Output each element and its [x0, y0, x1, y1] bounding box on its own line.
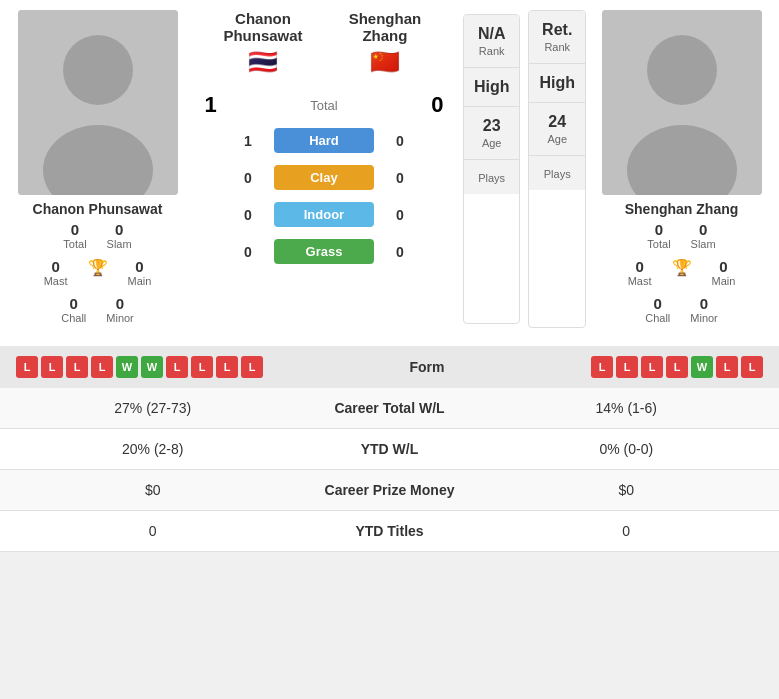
right-plays-label: Plays: [544, 168, 571, 180]
indoor-surface-btn[interactable]: Indoor: [274, 202, 374, 227]
form-badge-left: L: [216, 356, 238, 378]
right-high-value: High: [539, 74, 575, 92]
indoor-score-left: 0: [238, 207, 258, 223]
right-main-stat: 0 Main: [712, 258, 736, 287]
total-scores-row: 1 Total 0: [193, 82, 455, 122]
form-badge-left: L: [191, 356, 213, 378]
grass-surface-row: 0 Grass 0: [193, 233, 455, 270]
left-chall-stat: 0 Chall: [61, 295, 86, 324]
form-badge-right: W: [691, 356, 713, 378]
left-main-value: 0: [135, 258, 143, 275]
right-player-name: Shenghan Zhang: [625, 201, 739, 217]
right-form-badges: LLLLWLL: [591, 356, 763, 378]
left-chall-value: 0: [70, 295, 78, 312]
form-badge-left: W: [116, 356, 138, 378]
left-flag: 🇹🇭: [203, 48, 323, 76]
form-badge-left: L: [41, 356, 63, 378]
right-name-header: Shenghan Zhang 🇨🇳: [325, 10, 445, 76]
right-age-label: Age: [547, 133, 567, 145]
right-slam-value: 0: [699, 221, 707, 238]
left-minor-label: Minor: [106, 312, 134, 324]
grass-score-left: 0: [238, 244, 258, 260]
right-plays-cell: Plays: [529, 156, 585, 190]
clay-surface-row: 0 Clay 0: [193, 159, 455, 196]
form-badge-left: L: [91, 356, 113, 378]
stats-row: 27% (27-73) Career Total W/L 14% (1-6): [0, 388, 779, 429]
form-label: Form: [410, 359, 445, 375]
hard-surface-btn[interactable]: Hard: [274, 128, 374, 153]
left-slam-value: 0: [115, 221, 123, 238]
left-rank-label: Rank: [479, 45, 505, 57]
right-minor-value: 0: [700, 295, 708, 312]
form-section: LLLLWWLLLL Form LLLLWLL: [0, 346, 779, 388]
total-score-right: 0: [420, 92, 455, 118]
left-slam-label: Slam: [107, 238, 132, 250]
stats-left-value: $0: [16, 482, 290, 498]
right-rank-label: Rank: [544, 41, 570, 53]
form-badge-left: W: [141, 356, 163, 378]
right-rank-value: Ret.: [542, 21, 572, 39]
left-high-value: High: [474, 78, 510, 96]
right-chall-label: Chall: [645, 312, 670, 324]
left-name-header: Chanon Phunsawat 🇹🇭: [203, 10, 323, 76]
right-stats-row1: 0 Total 0 Slam: [647, 217, 715, 254]
grass-surface-btn[interactable]: Grass: [274, 239, 374, 264]
right-mast-value: 0: [635, 258, 643, 275]
clay-surface-btn[interactable]: Clay: [274, 165, 374, 190]
left-age-cell: 23 Age: [464, 107, 520, 160]
right-minor-stat: 0 Minor: [690, 295, 718, 324]
right-stats-row3: 0 Chall 0 Minor: [645, 291, 718, 328]
left-info-block: N/A Rank High 23 Age Plays: [463, 14, 521, 324]
left-trophy-icon: 🏆: [88, 258, 108, 277]
left-stats-row2: 0 Mast 🏆 0 Main: [44, 254, 152, 291]
left-minor-stat: 0 Minor: [106, 295, 134, 324]
stats-center-label: Career Total W/L: [290, 400, 490, 416]
form-badge-right: L: [666, 356, 688, 378]
right-total-label: Total: [647, 238, 670, 250]
stats-row: 20% (2-8) YTD W/L 0% (0-0): [0, 429, 779, 470]
form-badge-right: L: [716, 356, 738, 378]
right-age-cell: 24 Age: [529, 103, 585, 156]
main-container: Chanon Phunsawat 0 Total 0 Slam 0 Mast: [0, 0, 779, 552]
left-total-stat: 0 Total: [63, 221, 86, 250]
clay-label: Clay: [310, 170, 337, 185]
right-rank-cell: Ret. Rank: [529, 11, 585, 64]
left-rank-value: N/A: [478, 25, 506, 43]
stats-right-value: 0: [490, 523, 764, 539]
right-main-value: 0: [719, 258, 727, 275]
svg-point-4: [647, 35, 717, 105]
indoor-surface-row: 0 Indoor 0: [193, 196, 455, 233]
right-slam-label: Slam: [691, 238, 716, 250]
right-main-label: Main: [712, 275, 736, 287]
stats-left-value: 20% (2-8): [16, 441, 290, 457]
left-mast-stat: 0 Mast: [44, 258, 68, 287]
right-chall-value: 0: [654, 295, 662, 312]
right-mast-stat: 0 Mast: [628, 258, 652, 287]
right-header-name: Shenghan Zhang: [325, 10, 445, 44]
stats-left-value: 27% (27-73): [16, 400, 290, 416]
left-plays-cell: Plays: [464, 160, 520, 194]
left-main-stat: 0 Main: [128, 258, 152, 287]
form-badge-right: L: [591, 356, 613, 378]
left-header-name: Chanon Phunsawat: [203, 10, 323, 44]
center-area: Chanon Phunsawat 🇹🇭 Shenghan Zhang 🇨🇳 1 …: [193, 10, 455, 328]
indoor-score-right: 0: [390, 207, 410, 223]
stats-row: 0 YTD Titles 0: [0, 511, 779, 552]
left-chall-label: Chall: [61, 312, 86, 324]
indoor-label: Indoor: [304, 207, 344, 222]
left-total-value: 0: [71, 221, 79, 238]
right-total-value: 0: [655, 221, 663, 238]
right-trophy-icon-container: 🏆: [672, 258, 692, 287]
right-chall-stat: 0 Chall: [645, 295, 670, 324]
left-stats-row3: 0 Chall 0 Minor: [61, 291, 134, 328]
left-player-card: Chanon Phunsawat 0 Total 0 Slam 0 Mast: [10, 10, 185, 328]
clay-score-left: 0: [238, 170, 258, 186]
grass-score-right: 0: [390, 244, 410, 260]
hard-label: Hard: [309, 133, 339, 148]
clay-score-right: 0: [390, 170, 410, 186]
stats-right-value: 14% (1-6): [490, 400, 764, 416]
stats-center-label: YTD Titles: [290, 523, 490, 539]
left-stats-row1: 0 Total 0 Slam: [63, 217, 131, 254]
left-main-label: Main: [128, 275, 152, 287]
right-minor-label: Minor: [690, 312, 718, 324]
